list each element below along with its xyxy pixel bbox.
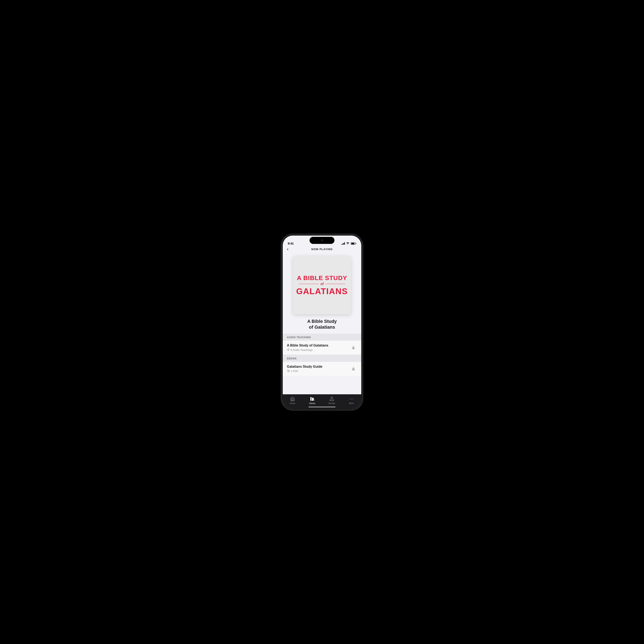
tab-home[interactable]: Home — [283, 396, 302, 404]
list-item-ebook[interactable]: Galatians Study Guide 1 PDF — [283, 362, 361, 376]
list-item-ebook-title: Galatians Study Guide — [287, 365, 350, 369]
download-button-ebook[interactable] — [350, 365, 357, 372]
album-art: A BIBLE STUDY of GALATIANS — [293, 256, 351, 314]
section-label-audio: AUDIO TEACHING — [287, 336, 311, 339]
tab-library[interactable]: Library — [302, 396, 322, 404]
status-time: 9:41 — [288, 242, 294, 245]
download-button-audio[interactable] — [350, 344, 357, 351]
signal-bars-icon — [342, 242, 345, 245]
album-title-line2: GALATIANS — [296, 287, 348, 296]
tab-library-label: Library — [309, 402, 315, 404]
book-icon — [287, 369, 290, 373]
phone-device: 9:41 — [281, 234, 363, 410]
svg-point-5 — [353, 398, 353, 399]
series-title: A Bible Studyof Galatians — [283, 318, 361, 334]
section-label-ebook: EBOOK — [287, 357, 297, 360]
svg-rect-0 — [310, 397, 311, 401]
album-title-line1: A BIBLE STUDY — [297, 274, 347, 281]
tab-more-label: More — [349, 402, 354, 404]
donate-icon — [329, 396, 334, 401]
tab-more[interactable]: More — [342, 396, 361, 404]
album-of-text: of — [320, 282, 323, 286]
list-item-audio-content: A Bible Study of Galatians 6 Audio Teach… — [287, 344, 350, 352]
more-icon — [349, 396, 354, 401]
tab-home-label: Home — [290, 402, 295, 404]
status-icons — [342, 242, 356, 245]
nav-header: ‹ NOW PLAYING — [283, 247, 361, 253]
album-art-container: A BIBLE STUDY of GALATIANS — [283, 253, 361, 318]
album-of-line: of — [299, 282, 345, 286]
home-icon — [290, 396, 295, 401]
content-area[interactable]: A BIBLE STUDY of GALATIANS A Bible Study… — [283, 253, 361, 394]
dynamic-island — [310, 237, 334, 244]
tab-donate[interactable]: Donate — [322, 396, 342, 404]
section-header-audio: AUDIO TEACHING — [283, 334, 361, 341]
list-item-ebook-subtitle: 1 PDF — [287, 369, 350, 373]
svg-point-3 — [350, 398, 350, 399]
list-item-audio-subtitle: 6 Audio Teachings — [287, 348, 350, 352]
list-item-ebook-content: Galatians Study Guide 1 PDF — [287, 365, 350, 373]
home-indicator — [308, 407, 336, 407]
list-item-audio[interactable]: A Bible Study of Galatians 6 Audio Teach… — [283, 341, 361, 355]
camera-dot — [321, 239, 323, 241]
page-title: NOW PLAYING — [311, 248, 333, 251]
wifi-icon — [346, 242, 349, 245]
phone-screen: 9:41 — [283, 236, 361, 409]
library-icon — [310, 396, 315, 401]
svg-point-4 — [351, 398, 352, 399]
section-header-ebook: EBOOK — [283, 355, 361, 362]
list-item-audio-title: A Bible Study of Galatians — [287, 344, 350, 347]
back-button[interactable]: ‹ — [287, 246, 289, 252]
speaker-icon — [287, 348, 290, 352]
tab-donate-label: Donate — [328, 402, 335, 404]
series-title-text: A Bible Studyof Galatians — [289, 318, 355, 330]
battery-icon — [351, 242, 356, 245]
